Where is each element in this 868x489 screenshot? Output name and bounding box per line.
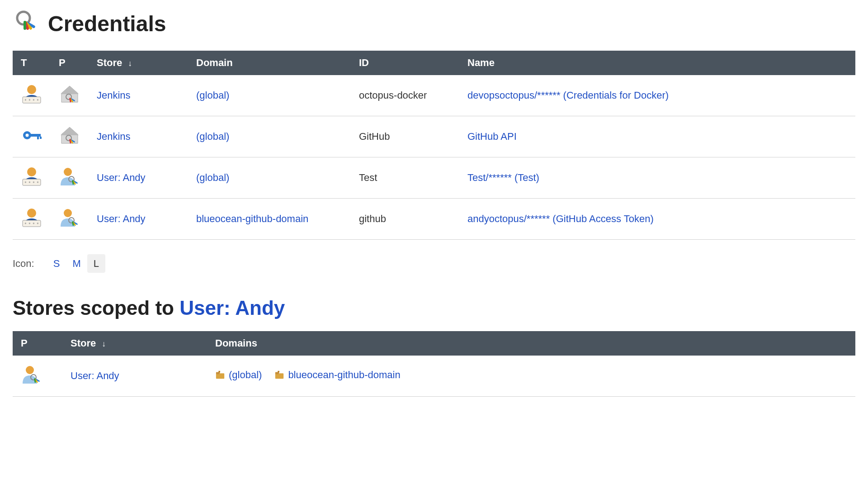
- credential-id: github: [359, 213, 386, 224]
- column-header-store[interactable]: Store ↓: [89, 51, 188, 75]
- store-link[interactable]: User: Andy: [97, 172, 146, 183]
- column-header-name[interactable]: Name: [459, 51, 855, 75]
- credential-name-link[interactable]: GitHub API: [467, 131, 517, 142]
- icon-size-l[interactable]: L: [87, 254, 105, 273]
- icon-size-selector: Icon: SML: [13, 258, 855, 270]
- store-link[interactable]: Jenkins: [97, 131, 131, 142]
- scoped-column-header-p[interactable]: P: [13, 331, 62, 356]
- icon-size-m[interactable]: M: [66, 254, 87, 273]
- credential-name-link[interactable]: andyoctopus/****** (GitHub Access Token): [467, 213, 654, 224]
- credential-name-link[interactable]: Test/****** (Test): [467, 172, 539, 183]
- icon-size-s[interactable]: S: [47, 254, 66, 273]
- domain-link[interactable]: blueocean-github-domain: [274, 369, 400, 381]
- scoped-stores-heading: Stores scoped to User: Andy: [13, 297, 855, 319]
- store-user-icon: [21, 364, 42, 385]
- domain-link[interactable]: (global): [196, 131, 229, 142]
- credentials-key-icon: [21, 124, 42, 146]
- domain-link[interactable]: blueocean-github-domain: [196, 213, 308, 224]
- scoped-stores-table: P Store ↓ Domains User: Andy(global)blue…: [13, 331, 855, 397]
- table-row: User: Andy(global)blueocean-github-domai…: [13, 356, 855, 397]
- scoped-column-header-store[interactable]: Store ↓: [62, 331, 207, 356]
- scoped-user-link[interactable]: User: Andy: [179, 297, 285, 319]
- store-link[interactable]: User: Andy: [97, 213, 146, 224]
- credential-id: octopus-docker: [359, 90, 427, 101]
- column-header-p[interactable]: P: [51, 51, 89, 75]
- icon-size-label: Icon:: [13, 258, 34, 270]
- credentials-table: T P Store ↓ Domain ID Name Jenkins(globa…: [13, 51, 855, 240]
- domain-link[interactable]: (global): [196, 90, 229, 101]
- page-header: Credentials: [13, 9, 855, 38]
- store-user-icon: [59, 207, 80, 228]
- scoped-column-header-domains[interactable]: Domains: [207, 331, 855, 356]
- sort-down-icon: ↓: [99, 339, 106, 348]
- column-header-domain[interactable]: Domain: [188, 51, 351, 75]
- domain-folder-icon: [274, 370, 284, 380]
- page-title: Credentials: [48, 11, 166, 36]
- credential-id: GitHub: [359, 131, 390, 142]
- credentials-userpass-icon: [21, 83, 42, 105]
- sort-down-icon: ↓: [126, 59, 132, 68]
- credentials-userpass-icon: [21, 166, 42, 187]
- credential-name-link[interactable]: devopsoctopus/****** (Credentials for Do…: [467, 90, 669, 101]
- store-user-icon: [59, 166, 80, 187]
- table-row: User: Andyblueocean-github-domaingithuba…: [13, 199, 855, 240]
- store-system-icon: [59, 83, 80, 105]
- store-link[interactable]: User: Andy: [71, 370, 119, 381]
- table-row: Jenkins(global)GitHubGitHub API: [13, 116, 855, 157]
- store-link[interactable]: Jenkins: [97, 90, 131, 101]
- store-system-icon: [59, 124, 80, 146]
- domain-folder-icon: [215, 370, 225, 380]
- credential-id: Test: [359, 172, 377, 183]
- table-row: Jenkins(global)octopus-dockerdevopsoctop…: [13, 75, 855, 116]
- column-header-id[interactable]: ID: [351, 51, 459, 75]
- credentials-keyring-icon: [13, 9, 42, 38]
- credentials-userpass-icon: [21, 207, 42, 228]
- table-row: User: Andy(global)TestTest/****** (Test): [13, 157, 855, 199]
- column-header-t[interactable]: T: [13, 51, 51, 75]
- domain-link[interactable]: (global): [196, 172, 229, 183]
- domain-link[interactable]: (global): [215, 369, 262, 381]
